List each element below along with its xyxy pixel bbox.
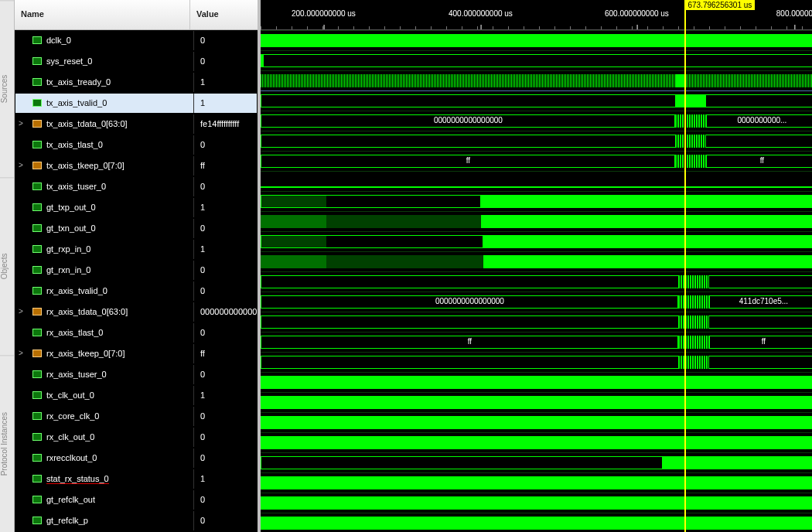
signal-row[interactable]: tx_axis_tuser_00 — [15, 176, 258, 197]
waveform-row[interactable] — [261, 412, 812, 432]
signal-name: tx_axis_tvalid_0 — [46, 98, 107, 107]
signal-value: 0 — [193, 428, 257, 447]
signal-name: tx_axis_tready_0 — [46, 77, 111, 87]
signal-row[interactable]: >rx_axis_tkeep_0[7:0]ff — [15, 343, 258, 364]
signal-name: rx_axis_tdata_0[63:0] — [46, 307, 128, 316]
signal-name: rx_core_clk_0 — [46, 411, 99, 421]
signal-name: gt_txp_out_0 — [46, 203, 96, 212]
waveform-row[interactable] — [261, 211, 812, 231]
bit-signal-icon — [32, 412, 42, 420]
bit-signal-icon — [32, 266, 42, 274]
waveform-row[interactable]: 00000000000000000000000000... — [261, 111, 812, 131]
bit-signal-icon — [32, 203, 42, 211]
signal-name: dclk_0 — [46, 36, 71, 45]
signal-row[interactable]: tx_axis_tlast_00 — [15, 135, 258, 155]
signal-value: ff — [193, 344, 257, 363]
signal-name: sys_reset_0 — [46, 56, 92, 66]
signal-name: tx_axis_tkeep_0[7:0] — [46, 161, 125, 170]
waveform-row[interactable] — [261, 352, 812, 372]
side-tab-sources[interactable]: Sources — [0, 0, 14, 177]
signal-row[interactable]: rx_axis_tuser_00 — [15, 364, 258, 385]
signal-row[interactable]: dclk_00 — [15, 30, 258, 51]
signal-value: 0 — [193, 261, 257, 280]
waveform-panel[interactable]: 673.796256301 us 200.000000000 us400.000… — [261, 0, 812, 532]
bit-signal-icon — [32, 287, 42, 295]
signal-row[interactable]: stat_rx_status_01 — [15, 469, 258, 489]
signal-row[interactable]: sys_reset_00 — [15, 51, 258, 72]
bus-signal-icon — [32, 162, 42, 169]
bus-signal-icon — [32, 308, 42, 315]
signal-row[interactable]: gt_refclk_p0 — [15, 510, 258, 531]
signal-name: gt_refclk_p — [46, 516, 88, 525]
waveform-row[interactable] — [261, 372, 812, 392]
signal-row[interactable]: gt_refclk_out0 — [15, 489, 258, 510]
waveform-row[interactable] — [261, 392, 812, 412]
signal-name: rx_clk_out_0 — [46, 432, 94, 442]
signal-row[interactable]: tx_axis_tvalid_01 — [15, 93, 258, 114]
waveform-row[interactable] — [261, 30, 812, 50]
signal-row[interactable]: gt_rxn_in_00 — [15, 260, 258, 281]
side-tab-objects[interactable]: Objects — [0, 177, 14, 354]
bit-signal-icon — [32, 224, 42, 232]
signal-row[interactable]: gt_txp_out_01 — [15, 197, 258, 218]
collapsed-side-tabs[interactable]: Sources Objects Protocol Instances — [0, 0, 15, 532]
waveform-row[interactable] — [261, 472, 812, 493]
signal-row[interactable]: >tx_axis_tkeep_0[7:0]ff — [15, 155, 258, 176]
waveform-row[interactable] — [261, 312, 812, 332]
waveform-row[interactable] — [261, 70, 812, 90]
signal-row[interactable]: gt_rxp_in_01 — [15, 239, 258, 260]
signal-value: 0 — [193, 365, 257, 384]
waveform-row[interactable] — [261, 452, 812, 472]
signal-value: 1 — [193, 94, 257, 113]
waveform-row[interactable] — [261, 271, 812, 292]
cursor-line[interactable] — [684, 0, 686, 532]
waveform-row[interactable] — [261, 251, 812, 271]
list-header: Name Value — [15, 0, 258, 30]
signal-value: 0 — [193, 135, 257, 155]
waveform-row[interactable] — [261, 131, 812, 151]
signal-name: rx_axis_tuser_0 — [46, 370, 107, 379]
expand-icon[interactable]: > — [19, 309, 25, 315]
waveform-row[interactable] — [261, 90, 812, 111]
waveform-row[interactable] — [261, 493, 812, 513]
waveform-row[interactable]: ffff — [261, 151, 812, 171]
signal-row[interactable]: rx_axis_tvalid_00 — [15, 281, 258, 302]
signal-value: 1 — [193, 198, 257, 217]
signal-row[interactable]: rx_axis_tlast_00 — [15, 322, 258, 343]
waveform-row[interactable] — [261, 432, 812, 452]
signal-list-panel: Name Value dclk_00sys_reset_00tx_axis_tr… — [15, 0, 261, 532]
signal-row[interactable]: >rx_axis_tdata_0[63:0]000000000000 — [15, 302, 258, 322]
signal-value: 0 — [193, 511, 257, 530]
signal-name: stat_rx_status_0 — [46, 474, 109, 484]
signal-name: gt_rxn_in_0 — [46, 265, 91, 275]
waveform-row[interactable]: 0000000000000000411dc710e5... — [261, 292, 812, 312]
signal-row[interactable]: rxrecclkout_00 — [15, 448, 258, 469]
bit-signal-icon — [32, 245, 42, 253]
column-header-name[interactable]: Name — [15, 0, 190, 29]
bit-signal-icon — [32, 57, 42, 65]
signal-row[interactable]: tx_clk_out_01 — [15, 385, 258, 406]
waveform-row[interactable] — [261, 231, 812, 251]
column-header-value[interactable]: Value — [190, 0, 258, 29]
expand-icon[interactable]: > — [19, 350, 25, 356]
ruler-tick: 600.000000000 us — [605, 9, 669, 18]
signal-row[interactable]: rx_clk_out_00 — [15, 427, 258, 448]
signal-row[interactable]: rx_core_clk_00 — [15, 406, 258, 427]
waveform-row[interactable] — [261, 50, 812, 70]
expand-icon[interactable]: > — [19, 121, 25, 127]
signal-value: 0 — [193, 323, 257, 343]
waveform-row[interactable] — [261, 171, 812, 191]
signal-name: rx_axis_tlast_0 — [46, 328, 103, 337]
waveform-row[interactable] — [261, 191, 812, 211]
waveform-row[interactable] — [261, 513, 812, 532]
signal-row[interactable]: >tx_axis_tdata_0[63:0]fe14ffffffffff — [15, 114, 258, 135]
signal-row[interactable]: tx_axis_tready_01 — [15, 72, 258, 93]
signal-row[interactable]: gt_txn_out_00 — [15, 218, 258, 239]
bit-signal-icon — [32, 141, 42, 148]
side-tab-protocol[interactable]: Protocol Instances — [0, 355, 14, 532]
expand-icon[interactable]: > — [19, 162, 25, 169]
waveform-row[interactable]: ffff — [261, 332, 812, 352]
signal-value: 0 — [193, 52, 257, 71]
bit-signal-icon — [32, 454, 42, 462]
signal-list[interactable]: dclk_00sys_reset_00tx_axis_tready_01tx_a… — [15, 30, 258, 532]
